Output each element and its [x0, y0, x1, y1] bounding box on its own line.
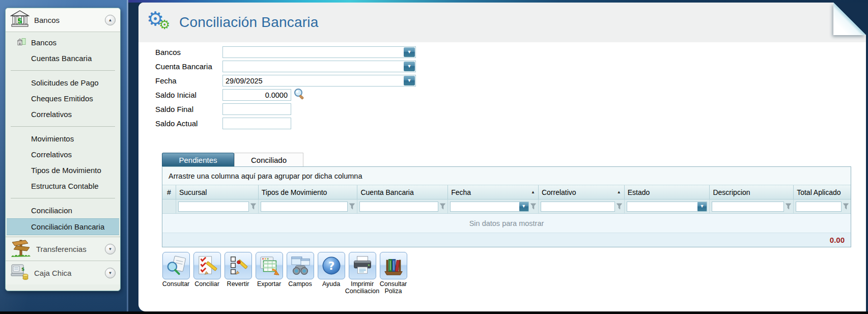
sidebar-item-label: Cheques Emitidos	[31, 94, 93, 103]
filter-funnel-icon[interactable]	[250, 203, 256, 210]
tab-pendientes[interactable]: Pendientes	[162, 153, 234, 166]
column-header-num[interactable]: #	[162, 185, 176, 199]
sidebar-item-label: Conciliacion	[31, 206, 72, 215]
sidebar-group-label: Bancos	[34, 16, 105, 24]
filter-cell-cuenta-bancaria	[357, 199, 448, 213]
bancos-label: Bancos	[155, 48, 222, 56]
printer-icon	[349, 252, 376, 279]
filter-select-fecha[interactable]: ▼	[450, 202, 528, 212]
tab-conciliado[interactable]: Conciliado	[234, 153, 303, 166]
filter-select-estado[interactable]: ▼	[627, 202, 707, 212]
collapse-up-icon[interactable]: ▲	[105, 15, 116, 25]
column-header-cuenta-bancaria[interactable]: Cuenta Bancaria	[357, 185, 448, 199]
sidebar-item-cuentas-bancaria[interactable]: Cuentas Bancaria	[6, 50, 120, 66]
filter-input-cuenta-bancaria[interactable]	[359, 202, 438, 212]
sidebar-item-bancos[interactable]: Bancos	[6, 35, 120, 50]
filter-funnel-icon[interactable]	[786, 203, 791, 210]
filter-input-tipos-de-movimiento[interactable]	[261, 202, 348, 212]
filter-cell-num	[162, 199, 176, 213]
bancos-select[interactable]: ▼	[222, 46, 416, 58]
cash-register-icon: $	[10, 263, 30, 283]
filter-funnel-icon[interactable]	[530, 203, 536, 210]
app-window: $ Bancos ▲ Bancos Cuentas Bancaria	[0, 0, 868, 314]
filter-cell-fecha: ▼	[448, 199, 538, 213]
sort-asc-icon: ▲	[529, 190, 535, 194]
sidebar: $ Bancos ▲ Bancos Cuentas Bancaria	[5, 8, 121, 291]
magnifier-icon[interactable]	[293, 88, 305, 102]
chevron-down-icon[interactable]: ▼	[519, 202, 528, 211]
fecha-datepicker[interactable]: ▼	[222, 75, 416, 87]
column-header-sucursal[interactable]: Sucursal	[176, 185, 259, 199]
sidebar-group-caja-chica[interactable]: $ Caja Chica ▼	[6, 261, 120, 284]
conciliar-button[interactable]: Conciliar	[193, 252, 221, 295]
sidebar-item-conciliacion-bancaria[interactable]: Conciliación Bancaria	[7, 218, 119, 235]
cuenta-bancaria-select-input[interactable]	[223, 61, 415, 72]
consultar-button[interactable]: Consultar	[162, 252, 190, 295]
filter-input-total-aplicado[interactable]	[796, 202, 842, 212]
campos-icon	[287, 252, 314, 279]
filter-funnel-icon[interactable]	[440, 203, 445, 210]
consultar-poliza-button[interactable]: Consultar Poliza	[379, 252, 407, 295]
column-header-fecha[interactable]: Fecha▲	[448, 185, 539, 199]
page-title: Conciliación Bancaria	[179, 14, 318, 31]
filter-input-descripcion[interactable]	[712, 202, 784, 212]
cuenta-bancaria-select[interactable]: ▼	[222, 61, 416, 72]
sidebar-group-bancos[interactable]: $ Bancos ▲	[6, 8, 120, 32]
background-divider	[127, 0, 128, 311]
sidebar-item-conciliacion[interactable]: Conciliacion	[6, 203, 120, 218]
column-header-correlativo[interactable]: Correlativo▲	[539, 185, 625, 199]
column-label: Fecha	[451, 188, 471, 196]
fecha-input[interactable]	[223, 75, 415, 86]
sidebar-item-correlativos-2[interactable]: Correlativos	[6, 147, 120, 162]
sidebar-items: Bancos Cuentas Bancaria Solicitudes de P…	[6, 32, 120, 237]
svg-text:$: $	[17, 16, 22, 25]
filter-cell-correlativo	[539, 199, 625, 213]
column-header-descripcion[interactable]: Descripcion	[710, 185, 794, 199]
ayuda-icon: ?	[318, 252, 345, 279]
campos-button[interactable]: Campos	[286, 252, 314, 295]
sidebar-item-label: Cuentas Bancaria	[31, 54, 92, 63]
sidebar-item-movimientos[interactable]: Movimientos	[6, 131, 120, 147]
sidebar-item-tipos-de-movimiento[interactable]: Tipos de Movimiento	[6, 162, 120, 178]
sidebar-separator	[11, 126, 115, 127]
column-header-tipos-de-movimiento[interactable]: Tipos de Movimiento	[259, 185, 358, 199]
sidebar-item-estructura-contable[interactable]: Estructura Contable	[6, 178, 120, 194]
grid-empty-message: Sin datos para mostrar	[162, 214, 851, 233]
chevron-down-icon[interactable]: ▼	[697, 202, 707, 211]
books-icon	[380, 252, 407, 279]
revertir-button[interactable]: Revertir	[224, 252, 252, 295]
saldo-inicial-input[interactable]	[222, 89, 291, 101]
column-header-estado[interactable]: Estado	[625, 185, 710, 199]
chevron-down-icon[interactable]: ▼	[404, 62, 415, 71]
filter-input-correlativo[interactable]	[541, 202, 615, 212]
sidebar-item-label: Movimientos	[31, 134, 74, 143]
revertir-icon	[225, 252, 252, 279]
saldo-final-label: Saldo Final	[155, 105, 222, 113]
sidebar-separator	[11, 198, 115, 198]
filter-funnel-icon[interactable]	[349, 203, 355, 210]
data-grid: Arrastre una columna aquí para agrupar p…	[162, 166, 851, 247]
sidebar-group-transferencias[interactable]: Transferencias ▼	[6, 237, 120, 261]
chevron-down-icon[interactable]: ▼	[404, 47, 415, 57]
collapse-down-icon[interactable]: ▼	[105, 268, 116, 278]
chevron-down-icon[interactable]: ▼	[404, 76, 415, 85]
group-by-bar[interactable]: Arrastre una columna aquí para agrupar p…	[162, 167, 851, 185]
sidebar-item-correlativos-1[interactable]: Correlativos	[6, 106, 120, 122]
sidebar-item-label: Bancos	[31, 38, 57, 47]
filter-funnel-icon[interactable]	[617, 203, 622, 210]
saldo-actual-input[interactable]	[222, 118, 291, 129]
bank-icon: $	[10, 10, 30, 30]
sidebar-item-solicitudes-de-pago[interactable]: Solicitudes de Pago	[6, 75, 120, 91]
exportar-button[interactable]: Exportar	[255, 252, 283, 295]
collapse-down-icon[interactable]: ▼	[105, 244, 116, 254]
filter-input-sucursal[interactable]	[178, 202, 249, 212]
filter-funnel-icon[interactable]	[843, 203, 849, 210]
saldo-actual-label: Saldo Actual	[155, 119, 222, 128]
sidebar-group-label: Transferencias	[36, 245, 105, 253]
main-panel: ⚙⚙ Conciliación Bancaria Bancos ▼ Cuenta…	[138, 3, 866, 311]
sidebar-item-cheques-emitidos[interactable]: Cheques Emitidos	[6, 91, 120, 106]
conciliar-icon	[193, 252, 221, 279]
column-header-total-aplicado[interactable]: Total Aplicado	[794, 185, 851, 199]
saldo-final-input[interactable]	[222, 103, 291, 115]
bancos-select-input[interactable]	[223, 47, 415, 58]
